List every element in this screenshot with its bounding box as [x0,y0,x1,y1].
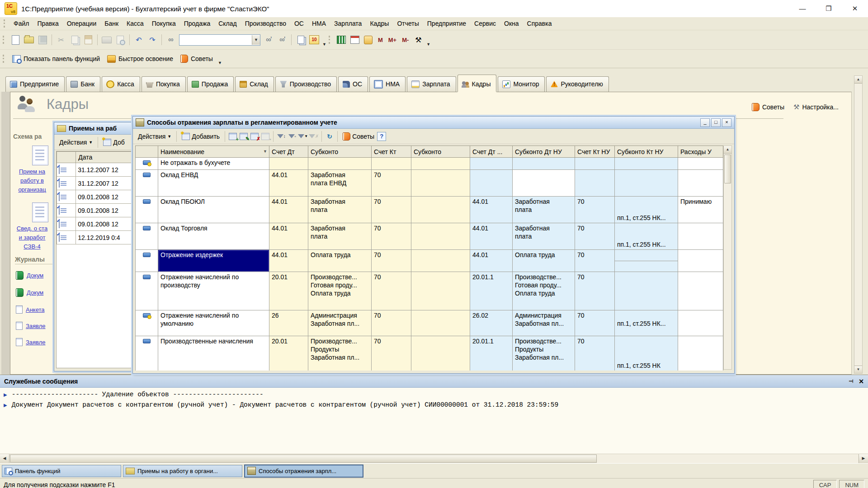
menu-hr[interactable]: Кадры [366,18,393,29]
toolbar-grip[interactable] [329,36,331,44]
hires-row[interactable]: 31.12.2007 12 [57,163,134,177]
scroll-down-icon[interactable]: ▼ [854,366,862,373]
tab-monitor[interactable]: Монитор [498,76,545,92]
table-row[interactable]: Оклад ПБОЮЛ 44.01Заработная плата 70 44.… [136,197,723,223]
menu-grip[interactable] [4,19,6,28]
menu-production[interactable]: Производство [241,18,290,29]
find-next-button[interactable]: ∞̓ [262,33,275,46]
table-row[interactable]: Оклад ЕНВД 44.01Заработная плата ЕНВД 70 [136,170,723,197]
hires-window-titlebar[interactable]: Приемы на раб [54,122,134,135]
find-previous-button[interactable]: ∞̔ [276,33,288,46]
col-account-dt-nu[interactable]: Счет Дт ... [470,146,513,158]
col-subconto-dt-nu[interactable]: Субконто Дт НУ [513,146,575,158]
sidebar-journal-documents-1[interactable]: Докум [16,271,43,280]
tab-production[interactable]: Производство [275,76,337,92]
memory-plus-button[interactable]: М+ [386,34,399,46]
col-name[interactable]: Наименование▼ [158,146,269,158]
restore-button[interactable]: ❒ [816,0,842,17]
tab-purchase[interactable]: Покупка [142,76,186,92]
print-button[interactable] [100,33,113,46]
menu-operations[interactable]: Операции [63,18,101,29]
menu-bank[interactable]: Банк [100,18,123,29]
table-row[interactable]: Отражение начислений по умолчанию 26Адми… [136,310,723,336]
filter-history-button[interactable]: ▼ [297,131,308,142]
tab-sale[interactable]: Продажа [187,76,234,92]
tab-hr[interactable]: Кадры [458,75,497,92]
scroll-right-icon[interactable]: ▶ [859,454,868,463]
menu-edit[interactable]: Правка [33,18,62,29]
print-preview-button[interactable] [114,33,127,46]
col-account-kt[interactable]: Счет Кт [372,146,411,158]
col-subconto-kt-nu[interactable]: Субконто Кт НУ [615,146,678,158]
sidebar-link-hiring[interactable]: Прием на работу в организац [11,167,53,194]
col-account-dt[interactable]: Счет Дт [269,146,308,158]
scrollbar-thumb[interactable] [724,155,731,183]
table-row-selected[interactable]: Отражение издержек 44.01Оплата труда 70 … [136,250,723,272]
memory-minus-button[interactable]: М- [399,34,411,46]
set-deletion-mark-button[interactable]: ▪ [260,131,271,142]
child-maximize-button[interactable]: □ [711,118,721,127]
menu-reports[interactable]: Отчеты [393,18,423,29]
find-button[interactable]: ∞ [165,33,177,46]
toolbar-overflow-arrow[interactable]: ▼ [218,61,222,68]
horizontal-scrollbar[interactable]: ◀ ▶ [0,454,868,463]
scrollbar-thumb[interactable] [10,455,597,463]
menu-cash[interactable]: Касса [123,18,148,29]
tab-os[interactable]: ОС [338,76,368,92]
service-settings-button[interactable]: ⚒ [412,33,425,46]
clear-filter-button[interactable]: ✗ [308,131,319,142]
messages-close-icon[interactable]: ✕ [859,378,864,385]
menu-sale[interactable]: Продажа [180,18,214,29]
hires-row[interactable]: 09.01.2008 12 [57,190,134,204]
hires-row[interactable]: 31.12.2007 12 [57,177,134,190]
taskbar-salary-window[interactable]: Способы отражения зарпл... [244,465,363,478]
tab-warehouse[interactable]: Склад [235,76,274,92]
menu-windows[interactable]: Окна [500,18,523,29]
toolbar-grip[interactable] [3,55,5,63]
sidebar-journal-documents-2[interactable]: Докум [16,288,43,297]
page-tips-button[interactable]: Советы [752,103,784,111]
edit-row-button[interactable]: ✎ [238,131,249,142]
tab-cash[interactable]: Касса [102,76,140,92]
hires-add-button[interactable]: ✱Доб [100,137,127,148]
scroll-left-icon[interactable]: ◀ [0,454,9,463]
sidebar-link-zayavlenie-2[interactable]: Заявле [16,338,46,346]
sidebar-link-anketa[interactable]: Анкета [16,305,45,314]
memory-recall-button[interactable]: М [375,34,386,46]
scroll-up-icon[interactable]: ▲ [854,76,862,84]
col-subconto-dt[interactable]: Субконто [308,146,372,158]
show-function-panel-button[interactable]: Показать панель функций [9,53,104,65]
sort-filter-button[interactable]: ↕ [276,131,287,142]
menu-nma[interactable]: НМА [308,18,330,29]
scroll-up-icon[interactable]: ▲ [724,146,731,154]
salary-actions-button[interactable]: Действия▼ [135,131,174,142]
copy-special-button[interactable] [294,33,307,46]
toolbar-overflow-arrow[interactable]: ▼ [322,42,326,49]
menu-enterprise[interactable]: Предприятие [423,18,470,29]
save-button[interactable] [36,33,49,46]
table-row[interactable]: Не отражать в бухучете [136,158,723,170]
menu-salary[interactable]: Зарплата [330,18,366,29]
show-table-button[interactable] [335,33,348,46]
toolbar-grip[interactable] [3,36,5,44]
hires-row[interactable]: 09.01.2008 12 [57,217,134,231]
menu-os[interactable]: ОС [290,18,308,29]
tab-bank[interactable]: Банк [66,76,100,92]
search-combobox[interactable]: ▼ [179,34,260,46]
calculator-button[interactable]: 10 [308,33,321,46]
copy-button[interactable] [68,33,81,46]
menu-purchase[interactable]: Покупка [148,18,180,29]
taskbar-function-panel[interactable]: Панель функций [2,465,121,477]
tab-enterprise[interactable]: Предприятие [5,76,65,92]
new-file-button[interactable] [9,33,22,46]
salary-window-titlebar[interactable]: Способы отражения зарплаты в регламентир… [133,117,734,129]
help-button[interactable]: ? [377,132,386,141]
table-row[interactable]: Производственные начисления 20.01Произво… [136,336,723,371]
col-subconto-kt[interactable]: Субконто [411,146,470,158]
tab-salary[interactable]: Зарплата [407,76,456,92]
hires-row[interactable]: 12.12.2019 0:4 [57,231,134,244]
close-button[interactable]: ✕ [842,0,868,17]
table-row[interactable]: Отражение начислений по производству 20.… [136,272,723,310]
col-account-kt-nu[interactable]: Счет Кт НУ [575,146,615,158]
sidebar-link-zayavlenie-1[interactable]: Заявле [16,322,46,330]
